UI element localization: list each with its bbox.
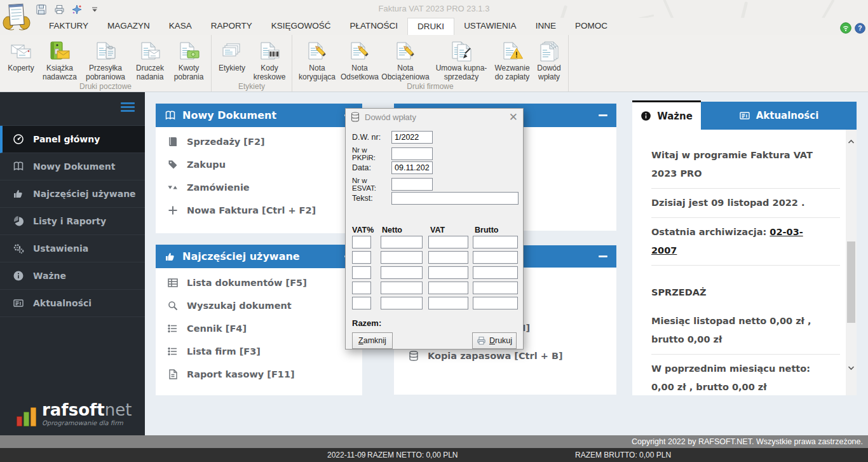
document-pencil-icon bbox=[348, 39, 371, 64]
sidebar-item-panel-glowny[interactable]: Panel główny bbox=[0, 126, 145, 153]
ribbon-group-druki-pocztowe: Koperty Książka nadawcza Przesyłka pobra… bbox=[0, 35, 212, 92]
minimize-button[interactable] bbox=[599, 114, 607, 116]
sidebar-item-wazne[interactable]: Ważne bbox=[0, 262, 145, 290]
menu-bar: FAKTURY MAGAZYN KASA RAPORTY KSIĘGOWOŚĆ … bbox=[0, 18, 868, 35]
ribbon-koperty[interactable]: Koperty bbox=[3, 36, 39, 73]
ribbon-dowod-wplaty[interactable]: Dowód wpłaty bbox=[532, 36, 566, 82]
save-icon[interactable] bbox=[36, 4, 47, 15]
tab-ksiegowosc[interactable]: KSIĘGOWOŚĆ bbox=[262, 18, 341, 35]
archive-label: Ostatnia archiwizacja: bbox=[651, 227, 770, 237]
table-cell-input[interactable] bbox=[428, 282, 468, 294]
brand-bold: rafsoft bbox=[42, 400, 105, 419]
qat-dropdown-icon[interactable] bbox=[89, 4, 100, 15]
ribbon-etykiety[interactable]: Etykiety bbox=[214, 36, 250, 73]
ribbon-item-label: Koperty bbox=[8, 64, 34, 73]
pkpir-input[interactable] bbox=[391, 147, 433, 160]
document-icon bbox=[167, 369, 179, 380]
ribbon-ksiazka-nadawcza[interactable]: Książka nadawcza bbox=[39, 36, 80, 82]
panel-item-zamowienie[interactable]: Zamówienie bbox=[156, 176, 362, 199]
tab-magazyn[interactable]: MAGAZYN bbox=[98, 18, 159, 35]
print-icon[interactable] bbox=[53, 4, 65, 15]
tab-druki[interactable]: DRUKI bbox=[407, 18, 454, 35]
table-cell-input[interactable] bbox=[352, 236, 371, 248]
sidebar-item-aktualnosci[interactable]: Aktualności bbox=[0, 290, 145, 317]
panel-item-lista-firm[interactable]: Lista firm [F3] bbox=[156, 340, 362, 363]
scroll-down-icon[interactable] bbox=[847, 363, 855, 372]
panel-item-cennik[interactable]: Cennik [F4] bbox=[156, 317, 362, 340]
sidebar-item-nowy-dokument[interactable]: Nowy Dokument bbox=[0, 153, 145, 180]
table-cell-input[interactable] bbox=[352, 266, 371, 279]
sidebar-item-najczesciej-uzywane[interactable]: Najczęściej używane bbox=[0, 180, 145, 208]
esvat-input[interactable] bbox=[391, 178, 433, 191]
table-cell-input[interactable] bbox=[428, 236, 468, 248]
table-cell-input[interactable] bbox=[473, 297, 518, 309]
tekst-input[interactable] bbox=[391, 192, 519, 205]
ribbon-nota-obciazeniowa[interactable]: Nota Obciążeniowa bbox=[380, 36, 431, 82]
panel-item-sprzedazy[interactable]: Sprzedaży [F2] bbox=[156, 130, 362, 153]
table-cell-input[interactable] bbox=[352, 251, 371, 264]
sidebar: Panel główny Nowy Dokument Najczęściej u… bbox=[0, 92, 145, 435]
status-brutto: RAZEM BRUTTO: 0,00 PLN bbox=[575, 451, 671, 459]
brand-tagline: Oprogramowanie dla firm bbox=[42, 419, 132, 426]
panel-item-raport-kasowy[interactable]: Raport kasowy [F11] bbox=[156, 363, 362, 386]
close-icon[interactable]: ✕ bbox=[509, 112, 518, 123]
table-cell-input[interactable] bbox=[428, 266, 468, 279]
col-header-brutto: Brutto bbox=[475, 226, 499, 234]
table-cell-input[interactable] bbox=[352, 297, 371, 309]
tab-aktualnosci[interactable]: Aktualności bbox=[701, 102, 857, 130]
data-input[interactable] bbox=[391, 161, 433, 174]
table-cell-input[interactable] bbox=[352, 282, 371, 294]
field-label: Nr w PKPiR: bbox=[352, 146, 391, 161]
title-bar: Faktura VAT 2023 PRO 23.1.3 bbox=[0, 0, 868, 18]
drukuj-button[interactable]: Drukuj bbox=[472, 332, 517, 349]
panel-item-zakupu[interactable]: Zakupu bbox=[156, 153, 362, 176]
ribbon-group-etykiety: Etykiety Kody kreskowe Etykiety bbox=[212, 35, 292, 92]
table-cell-input[interactable] bbox=[381, 251, 423, 264]
tab-faktury[interactable]: FAKTURY bbox=[39, 18, 98, 35]
panel-item-lista-dokumentow[interactable]: Lista dokumentów [F5] bbox=[156, 271, 362, 294]
table-cell-input[interactable] bbox=[381, 236, 423, 248]
table-cell-input[interactable] bbox=[381, 266, 423, 279]
minimize-button[interactable] bbox=[599, 255, 607, 257]
tab-raporty[interactable]: RAPORTY bbox=[201, 18, 262, 35]
table-cell-input[interactable] bbox=[473, 251, 518, 264]
ribbon-group-druki-firmowe: Nota korygująca Nota Odsetkowa Nota Obci… bbox=[292, 35, 569, 92]
scroll-up-icon[interactable] bbox=[847, 137, 855, 146]
app-logo-icon[interactable] bbox=[3, 2, 31, 31]
table-cell-input[interactable] bbox=[473, 236, 518, 248]
ribbon-kwoty-pobrania[interactable]: Kwoty pobrania bbox=[169, 36, 208, 82]
scrollbar-thumb[interactable] bbox=[847, 241, 855, 323]
hamburger-menu-icon[interactable] bbox=[121, 102, 135, 114]
zamknij-button[interactable]: Zamknij bbox=[352, 332, 393, 349]
tab-wazne[interactable]: Ważne bbox=[632, 100, 701, 130]
tab-ustawienia[interactable]: USTAWIENIA bbox=[454, 18, 526, 35]
sidebar-item-ustawienia[interactable]: Ustawienia bbox=[0, 235, 145, 262]
help-icon[interactable]: ? bbox=[855, 23, 865, 36]
ribbon-nota-odsetkowa[interactable]: Nota Odsetkowa bbox=[339, 36, 380, 82]
ribbon-umowa-kupna-sprzedazy[interactable]: Umowa kupna-sprzedaży bbox=[431, 36, 492, 82]
info-today: Dzisiaj jest 09 listopad 2022 . bbox=[651, 189, 840, 218]
ribbon-wezwanie-do-zaplaty[interactable]: Wezwanie do zapłaty bbox=[492, 36, 532, 82]
table-cell-input[interactable] bbox=[381, 297, 423, 309]
tab-pomoc[interactable]: POMOC bbox=[566, 18, 617, 35]
tab-platnosci[interactable]: PŁATNOŚCI bbox=[341, 18, 408, 35]
sparkle-settings-icon[interactable] bbox=[71, 4, 83, 15]
panel-item-nowa-faktura[interactable]: Nowa Faktura [Ctrl + F2] bbox=[156, 199, 362, 222]
ribbon-nota-korygujaca[interactable]: Nota korygująca bbox=[295, 36, 339, 82]
scrollbar[interactable] bbox=[846, 130, 857, 395]
dw-nr-input[interactable] bbox=[391, 131, 433, 144]
table-cell-input[interactable] bbox=[428, 251, 468, 264]
ribbon-druczek-nadania[interactable]: Druczek nadania bbox=[131, 36, 169, 82]
ribbon-kody-kreskowe[interactable]: Kody kreskowe bbox=[250, 36, 289, 82]
table-cell-input[interactable] bbox=[428, 297, 468, 309]
tab-inne[interactable]: INNE bbox=[526, 18, 566, 35]
table-cell-input[interactable] bbox=[381, 282, 423, 294]
info-sales-prev: W poprzednim miesiącu netto: 0,00 zł , b… bbox=[651, 355, 840, 395]
panel-item-wyszukaj-dokument[interactable]: Wyszukaj dokument bbox=[156, 294, 362, 317]
table-cell-input[interactable] bbox=[473, 266, 518, 279]
ribbon-przesylka-pobraniowa[interactable]: Przesyłka pobraniowa bbox=[80, 36, 131, 82]
table-cell-input[interactable] bbox=[473, 282, 518, 294]
tab-kasa[interactable]: KASA bbox=[159, 18, 201, 35]
sidebar-item-listy-i-raporty[interactable]: Listy i Raporty bbox=[0, 208, 145, 235]
panel-item-label: Lista dokumentów [F5] bbox=[187, 278, 307, 288]
